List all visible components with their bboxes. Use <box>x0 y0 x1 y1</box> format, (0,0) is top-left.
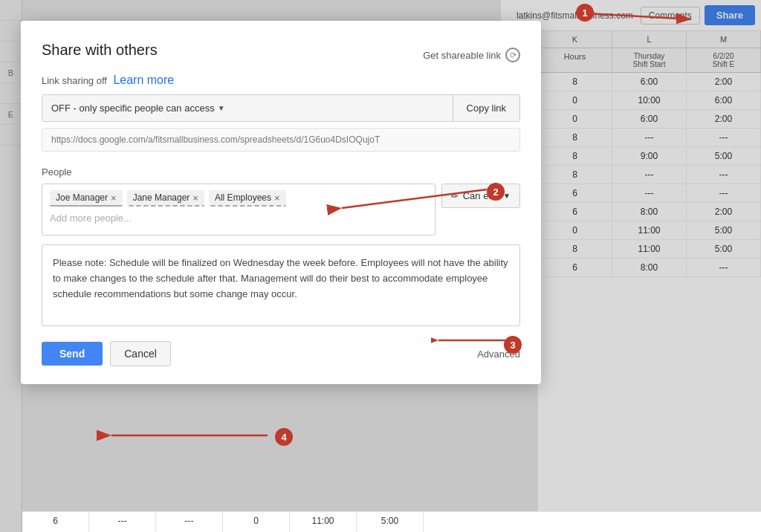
share-dialog: Share with others Get shareable link ⟳ L… <box>21 21 541 384</box>
tag-label: Joe Manager <box>56 192 108 203</box>
people-input-area[interactable]: Joe Manager × Jane Manager × All Employe… <box>42 184 435 236</box>
tag-label: Jane Manager <box>133 192 190 203</box>
can-edit-button[interactable]: ✏ Can edit ▼ <box>441 184 520 208</box>
remove-joe-icon[interactable]: × <box>111 193 117 203</box>
annotation-3: 3 <box>504 336 522 354</box>
remove-all-employees-icon[interactable]: × <box>274 193 280 203</box>
annotation-2: 2 <box>487 183 505 201</box>
remove-jane-icon[interactable]: × <box>192 193 198 203</box>
add-people-placeholder: Add more people... <box>50 211 427 225</box>
copy-link-button[interactable]: Copy link <box>453 95 519 121</box>
tag-label: All Employees <box>215 192 271 203</box>
send-button[interactable]: Send <box>42 342 103 366</box>
link-icon: ⟳ <box>505 48 520 62</box>
tag-joe-manager: Joe Manager × <box>50 190 123 207</box>
people-row: Joe Manager × Jane Manager × All Employe… <box>42 184 520 236</box>
link-dropdown-label: OFF - only specific people can access <box>51 103 215 114</box>
learn-more-link[interactable]: Learn more <box>113 74 174 86</box>
link-sharing-label: Link sharing off <box>42 75 107 86</box>
tag-all-employees: All Employees × <box>209 190 286 207</box>
dialog-footer: Send Cancel Advanced <box>42 341 520 366</box>
link-dropdown[interactable]: OFF - only specific people can access ▼ <box>42 95 453 121</box>
cancel-button[interactable]: Cancel <box>110 341 171 366</box>
link-row: OFF - only specific people can access ▼ … <box>42 94 520 122</box>
bottom-grid-row: 6 --- --- 0 11:00 5:00 <box>22 511 761 532</box>
tags-row: Joe Manager × Jane Manager × All Employe… <box>50 190 427 207</box>
tag-jane-manager: Jane Manager × <box>127 190 204 207</box>
annotation-1: 1 <box>576 4 594 22</box>
people-label: People <box>42 166 520 178</box>
annotation-4: 4 <box>275 428 293 446</box>
shareable-link-row[interactable]: Get shareable link ⟳ <box>423 48 520 62</box>
dropdown-arrow-icon: ▼ <box>218 104 225 112</box>
url-display: https://docs.google.com/a/fitsmallbusine… <box>42 128 520 152</box>
message-area[interactable]: Please note: Schedule will be finalized … <box>42 244 520 326</box>
pencil-icon: ✏ <box>451 191 459 201</box>
shareable-link-label: Get shareable link <box>423 50 501 61</box>
